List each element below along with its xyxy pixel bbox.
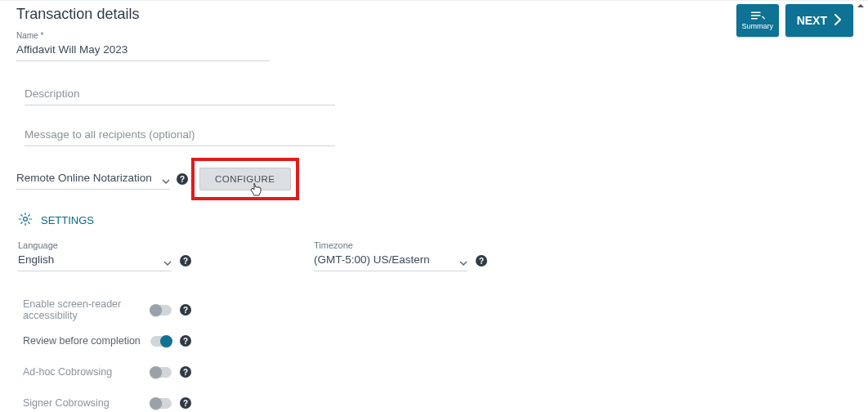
language-label: Language [18,240,172,250]
message-input[interactable] [25,125,335,146]
summary-icon [750,11,765,22]
help-icon[interactable]: ? [180,304,191,316]
switch[interactable] [150,398,172,409]
configure-wrap: CONFIGURE [199,168,291,190]
settings-toggle[interactable]: SETTINGS [0,212,868,229]
caret-down-icon [162,173,170,186]
name-input[interactable] [16,40,270,61]
top-action-bar: Summary NEXT [736,4,853,37]
gear-icon [18,212,33,229]
language-select[interactable] [18,250,172,271]
settings-row: Language ? Timezone ? [0,240,868,271]
switch[interactable] [150,367,172,378]
settings-label: SETTINGS [41,214,94,226]
help-icon[interactable]: ? [180,335,191,347]
summary-label: Summary [741,22,773,30]
toggle-label: Review before completion [23,335,150,347]
switch[interactable] [150,305,172,316]
svg-point-0 [24,217,28,222]
help-icon[interactable]: ? [180,255,191,266]
toggle-label: Enable screen-reader accessibility [23,298,150,321]
toggle-signer: Signer Cobrowsing ? [23,387,868,412]
timezone-select[interactable] [314,250,468,271]
toggle-accessibility: Enable screen-reader accessibility ? [23,294,868,325]
help-icon[interactable]: ? [180,397,191,409]
page-root: Summary NEXT Transaction details Name * … [0,0,868,412]
timezone-label: Timezone [314,240,468,250]
help-icon[interactable]: ? [476,255,487,266]
language-value[interactable] [18,250,172,271]
scrollbar-up-button[interactable] [855,1,866,11]
help-icon[interactable]: ? [177,173,188,185]
notarization-value[interactable] [16,168,170,190]
toggle-review: Review before completion ? [23,325,868,356]
toggles-section: Enable screen-reader accessibility ? Rev… [0,294,868,412]
timezone-field: Timezone [314,240,468,271]
next-button[interactable]: NEXT [785,4,853,37]
chevron-right-icon [834,14,842,28]
message-field [0,125,868,146]
toggle-label: Signer Cobrowsing [23,397,150,409]
switch[interactable] [150,336,172,347]
notarization-row: ? CONFIGURE [0,168,868,190]
toggle-adhoc: Ad-hoc Cobrowsing ? [23,356,868,387]
timezone-value[interactable] [314,250,468,271]
notarization-select[interactable] [16,168,170,190]
summary-button[interactable]: Summary [736,4,779,37]
toggle-label: Ad-hoc Cobrowsing [23,366,150,378]
description-field [0,84,868,105]
description-input[interactable] [25,84,335,105]
language-field: Language [18,240,172,271]
configure-button[interactable]: CONFIGURE [199,168,291,190]
help-icon[interactable]: ? [180,366,191,378]
caret-down-icon [459,255,468,268]
next-label: NEXT [797,14,827,27]
caret-down-icon [163,255,172,268]
